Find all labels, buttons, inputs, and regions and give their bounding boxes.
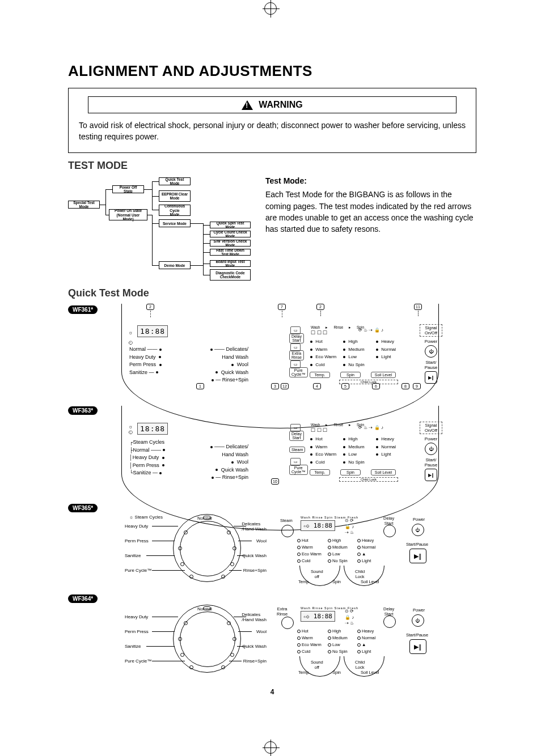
flow-fast-time: Fast Time Down Test Mode [210,249,251,256]
callout-9: 9 [413,383,421,389]
warning-box: WARNING To avoid risk of electrical shoc… [68,88,476,153]
flow-diag: Diagnostic Code CheckMode [210,269,251,281]
test-mode-description: Test Mode: Each Test Mode for the BIGBAN… [265,175,476,283]
warning-icon [242,100,253,110]
cycles-left-1: Normal —— Heavy Duty Perm Press Sanitize… [129,346,163,376]
panel-wf364-knob: Heavy Duty Perm Press Sanitize Pure Cycl… [125,608,267,670]
quick-test-heading: Quick Test Mode [68,287,476,299]
flow-cycle-count: Cycle Count Check Mode [210,231,251,237]
flow-board-input: Board Input Test Mode [210,260,251,267]
btn-spin: Spin [340,372,361,378]
flow-sw-version: S/W Version Check Mode [210,240,251,247]
spin-col: High Medium Low No Spin [341,338,365,368]
model-wf365: WF365* [68,504,98,512]
play-icon: ▶‖ [425,371,437,384]
callout-4: 4 [313,383,321,389]
callout-12: 12 [281,383,289,389]
btn-pure-cycle: Pure Cycle™ [289,367,308,377]
soil-col: Heavy Normal Light [374,338,396,361]
callout-5: 5 [341,383,349,389]
power-col: Signal On/Off Power ⏻ Start/ Pause ▶‖ [420,324,442,385]
callout-8: 8 [401,383,409,389]
panel-wf363-left: ☼⏲ 18:88 ┌Steam Cycles ├Normal —— │Heavy… [125,421,255,489]
btn-soil: Soil Level [371,372,396,378]
cycles-left-2: ┌Steam Cycles ├Normal —— │Heavy Duty │Pe… [129,439,167,477]
flow-spin: Quick Spin Test Mode [210,222,251,228]
model-wf363: WF363* [68,406,98,415]
test-mode-body: Each Test Mode for the BIGBANG is as fol… [265,189,476,235]
test-mode-heading: TEST MODE [68,160,476,172]
test-mode-sub: Test Mode: [265,175,476,186]
temp-col: Hot Warm Eco Warm Cold [308,338,336,368]
flow-eeprom: EEPROM Clear Mode [159,190,191,202]
callout-10: 10 [271,478,279,485]
power-icon: ⏻ [425,345,437,358]
warning-text: To avoid risk of electrical shock, perso… [79,120,466,142]
callout-6: 6 [372,383,380,389]
callout-7: 7 [278,304,286,310]
seg-display-2: 18:88 [137,423,168,435]
model-wf364: WF364* [68,594,98,603]
page-title: ALIGNMENT AND ADJUSTMENTS [68,62,476,80]
cycles-right-1: —— Delicates/ Hand Wash Wool Quick Wash … [209,346,248,384]
flow-power-on: Power On State (Normal User Mode) [109,209,147,220]
flow-power-off: Power Off State [112,185,144,193]
panel-wf361-left: ☼⏲ 18:88 Normal —— Heavy Duty Perm Press… [125,323,255,391]
flow-service: Service Mode [159,219,191,227]
cycles-right-2: —— Delicates/ Hand Wash Wool Quick Wash … [209,443,248,482]
warning-banner: WARNING [88,96,457,113]
flow-continuous: Continuous Cycle Mode [159,205,191,216]
flow-demo: Demo Mode [159,261,191,269]
seg-display-1: 18:88 [137,325,168,337]
model-wf361: WF361* [68,305,98,314]
page-number: 4 [68,688,476,696]
callout-1: 1 [196,383,204,389]
flow-special: Special Test Mode [68,201,100,209]
panel-wf365-knob: ☼ Steam Cycles Heavy Duty [125,517,267,579]
btn-extra-rinse: Extra Rinse [289,350,304,360]
panel-wf363-right: Delay Start ▭ Steam Pure Cycle™ ▭ Wash▸R… [289,421,442,494]
warning-label: WARNING [259,100,302,110]
panel-wf365-right: Steam Wash Rinse Spin Steam Fresh ☼⏲ 18:… [281,517,440,585]
callout-2b: 2 [316,304,324,310]
btn-delay-start: Delay Start [289,333,304,343]
callout-11: 11 [414,304,422,310]
btn-temp: Temp. [310,372,330,378]
callout-3: 3 [271,383,279,389]
page-content: ALIGNMENT AND ADJUSTMENTS WARNING To avo… [68,62,476,696]
panel-wf364-right: Extra Rinse Wash Rinse Spin Steam Fresh … [281,608,440,676]
callout-2a: 2 [146,304,154,310]
flow-diagram: Special Test Mode Power Off State Power … [68,175,255,283]
flow-quick: Quick Test Mode [159,177,191,185]
